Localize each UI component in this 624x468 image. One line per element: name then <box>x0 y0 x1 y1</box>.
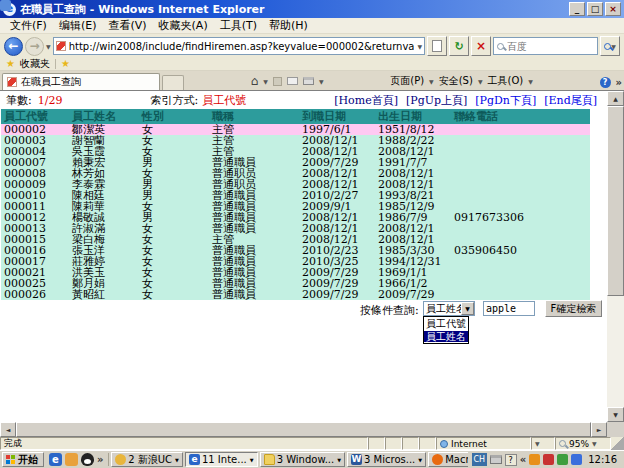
scroll-right-icon[interactable]: ► <box>591 422 607 437</box>
quicklaunch-app-icon[interactable] <box>65 453 78 466</box>
back-button[interactable]: ← <box>4 37 23 56</box>
refresh-button[interactable]: ↻ <box>449 36 469 56</box>
table-row[interactable]: 000002鄒潔英女主管1997/6/11951/8/12 <box>1 124 590 135</box>
menu-dropdown-icon[interactable]: ▼ <box>429 78 434 85</box>
taskbar-button[interactable]: e11 Inte...▼ <box>185 452 258 467</box>
group-dropdown-icon[interactable]: ▼ <box>250 457 254 463</box>
horizontal-scrollbar[interactable]: ◄ ► <box>0 422 607 437</box>
tray-app-icon[interactable] <box>529 454 540 465</box>
scroll-left-icon[interactable]: ◄ <box>0 422 16 437</box>
search-box[interactable] <box>493 37 598 55</box>
table-row[interactable]: 000003謝智蘭女主管2008/12/11988/2/22 <box>1 135 590 146</box>
menu-item[interactable]: 收藏夹(A) <box>153 17 214 34</box>
table-row[interactable]: 000016張玉洋女普通職員2010/2/231985/3/3003590645… <box>1 245 590 256</box>
protected-mode-pane[interactable]: ▼ <box>531 437 555 450</box>
stop-button[interactable]: × <box>471 36 491 56</box>
vertical-scroll-thumb[interactable] <box>607 106 624 296</box>
tab-active[interactable]: 在職員工查詢 <box>2 73 160 90</box>
maximize-button[interactable]: □ <box>587 2 603 16</box>
table-row[interactable]: 000010陳相廷男普通職員2010/2/271993/8/21 <box>1 190 590 201</box>
query-option[interactable]: 員工代號 <box>424 318 468 329</box>
query-field-select[interactable]: 員工姓名 ▼ <box>423 301 475 316</box>
page-nav-link[interactable]: [PgUp上頁] <box>406 93 467 108</box>
taskbar-button[interactable]: 3 Window...▼ <box>260 452 345 467</box>
table-row[interactable]: 000009李泰霖男普通职员2008/12/12008/12/1 <box>1 179 590 190</box>
table-row[interactable]: 000025鄭月娟女普通職員2009/7/291966/1/2 <box>1 278 590 289</box>
favorites-label[interactable]: 收藏夹 <box>20 57 50 71</box>
page-nav-link[interactable]: [End尾頁] <box>544 93 597 108</box>
table-row[interactable]: 000008林芳如女普通职员2008/12/12008/12/1 <box>1 168 590 179</box>
tray-app-icon[interactable] <box>571 454 582 465</box>
minimize-button[interactable]: _ <box>569 2 585 16</box>
table-row[interactable]: 000012楊敬誠男普通職員2008/12/11986/7/9091767330… <box>1 212 590 223</box>
group-dropdown-icon[interactable]: ▼ <box>175 457 179 463</box>
home-dropdown-icon[interactable]: ▼ <box>263 78 268 85</box>
language-indicator[interactable]: CH <box>472 453 487 466</box>
taskbar-button[interactable]: 2 新浪UC▼ <box>111 452 183 467</box>
table-row[interactable]: 000007賴秉宏男普通職員2009/7/291991/7/7 <box>1 157 590 168</box>
home-icon[interactable]: ⌂ <box>251 74 259 88</box>
table-row[interactable]: 000011陳莉華女普通職員2009/9/11985/12/9 <box>1 201 590 212</box>
menu-dropdown-icon[interactable]: ▼ <box>528 78 533 85</box>
horizontal-scroll-thumb[interactable] <box>16 422 591 437</box>
table-row[interactable]: 000017莊雅婷女普通職員2010/3/251994/12/31 <box>1 256 590 267</box>
page-nav-link[interactable]: [Home首頁] <box>334 93 398 108</box>
favorites-star-icon[interactable]: ★ <box>6 59 15 69</box>
tray-chevron[interactable]: « <box>520 454 526 465</box>
menu-item[interactable]: 帮助(H) <box>263 17 314 34</box>
quicklaunch-qq-icon[interactable] <box>81 453 94 466</box>
address-dropdown-icon[interactable]: ▼ <box>417 43 422 50</box>
menu-dropdown-icon[interactable]: ▼ <box>478 78 483 85</box>
resize-grip[interactable] <box>611 437 624 450</box>
tray-help-icon[interactable]: ? <box>505 454 517 466</box>
taskbar-clock[interactable]: 12:16 <box>585 454 620 465</box>
search-input[interactable] <box>507 41 577 52</box>
table-row[interactable]: 000013許淑滿女普通職員2008/12/12008/12/1 <box>1 223 590 234</box>
command-menu[interactable]: 页面(P) <box>390 74 424 88</box>
help-icon[interactable]: ? <box>600 77 611 88</box>
new-tab-button[interactable] <box>162 75 184 90</box>
forward-button[interactable]: → <box>25 37 44 56</box>
group-dropdown-icon[interactable]: ▼ <box>337 457 341 463</box>
menu-item[interactable]: 文件(F) <box>4 17 53 34</box>
table-row[interactable]: 000026黃昭紅女普通職員2009/7/292009/7/29 <box>1 289 590 300</box>
menu-item[interactable]: 查看(V) <box>102 17 152 34</box>
menu-item[interactable]: 工具(T) <box>214 17 263 34</box>
mode-dropdown-icon[interactable]: ▼ <box>535 440 540 447</box>
menu-item[interactable]: 编辑(E) <box>53 17 103 34</box>
query-submit-button[interactable]: F確定檢索 <box>545 300 602 317</box>
print-dropdown-icon[interactable]: ▼ <box>319 78 324 85</box>
quicklaunch-ie-icon[interactable]: e <box>49 453 62 466</box>
taskbar-button[interactable]: W3 Micros...▼ <box>347 452 426 467</box>
table-row[interactable]: 000004吳玉霞女主管2008/12/12008/12/1 <box>1 146 590 157</box>
print-icon[interactable] <box>303 77 314 85</box>
tray-printer-icon[interactable] <box>490 455 502 464</box>
quicklaunch-chevron[interactable]: » <box>97 454 103 465</box>
address-bar[interactable]: http://win2008/include/findHiremen.asp?k… <box>53 37 425 55</box>
page-nav-link[interactable]: [PgDn下頁] <box>475 93 536 108</box>
command-menu[interactable]: 安全(S) <box>439 74 473 88</box>
start-button[interactable]: 开始 <box>2 452 44 467</box>
table-row[interactable]: 000021洪美玉女普通職員2009/7/291969/1/1 <box>1 267 590 278</box>
history-dropdown-icon[interactable]: ▼ <box>46 43 51 50</box>
tray-app-icon[interactable] <box>557 454 568 465</box>
scroll-up-icon[interactable]: ▲ <box>607 91 624 106</box>
url-text[interactable]: http://win2008/include/findHiremen.asp?k… <box>69 41 415 52</box>
taskbar-button[interactable]: Macromed... <box>428 452 468 467</box>
vertical-scrollbar[interactable]: ▲ ▼ <box>607 91 624 422</box>
feeds-icon[interactable] <box>273 77 282 86</box>
close-button[interactable]: × <box>605 2 621 16</box>
zoom-pane[interactable]: 95% ▼ <box>555 437 611 450</box>
add-favorite-icon[interactable]: ★ <box>61 59 70 69</box>
zoom-dropdown-icon[interactable]: ▼ <box>592 440 597 447</box>
tray-app-icon[interactable] <box>543 454 554 465</box>
query-option[interactable]: 員工姓名 <box>424 331 468 342</box>
compatibility-view-button[interactable] <box>427 36 447 56</box>
search-go-button[interactable]: ▼ <box>600 36 620 56</box>
select-dropdown-icon[interactable]: ▼ <box>461 302 474 315</box>
query-input[interactable] <box>483 301 535 316</box>
more-commands-chevron[interactable]: » <box>616 77 622 88</box>
scroll-down-icon[interactable]: ▼ <box>607 407 624 422</box>
table-row[interactable]: 000015梁白梅女主管2008/12/12008/12/1 <box>1 234 590 245</box>
command-menu[interactable]: 工具(O) <box>488 74 524 88</box>
